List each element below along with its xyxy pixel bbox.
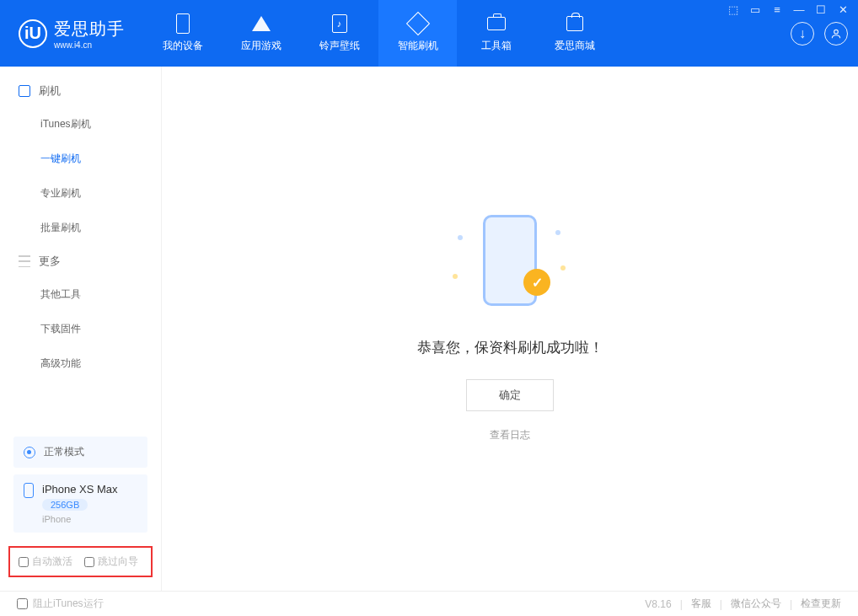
device-mode: 正常模式: [44, 445, 84, 459]
mode-icon: [24, 447, 35, 458]
skip-guide-checkbox[interactable]: 跳过向导: [84, 554, 138, 569]
main-content: ✓ 恭喜您，保资料刷机成功啦！ 确定 查看日志: [162, 67, 858, 591]
success-illustration: ✓: [451, 215, 569, 316]
footer-link-support[interactable]: 客服: [691, 597, 711, 611]
auto-activate-label: 自动激活: [32, 554, 72, 569]
nav-smart-flash[interactable]: 智能刷机: [378, 0, 457, 67]
nav-label: 应用游戏: [241, 39, 282, 53]
nav-toolbox[interactable]: 工具箱: [457, 0, 535, 67]
nav: 我的设备 应用游戏 ♪ 铃声壁纸 智能刷机 工具箱 爱思商城: [143, 0, 614, 67]
nav-label: 工具箱: [481, 39, 512, 53]
skip-guide-label: 跳过向导: [98, 554, 138, 569]
sidebar-item-download-firmware[interactable]: 下载固件: [0, 312, 161, 346]
device-info-card[interactable]: iPhone XS Max 256GB iPhone: [13, 474, 147, 533]
cube-icon: [250, 13, 272, 34]
view-log-link[interactable]: 查看日志: [490, 428, 530, 442]
list-icon: [19, 255, 30, 267]
sidebar-item-pro-flash[interactable]: 专业刷机: [0, 176, 161, 211]
group-label: 刷机: [39, 83, 61, 99]
wc-skin-icon[interactable]: ⬚: [727, 3, 740, 16]
phone-icon: [19, 85, 30, 97]
download-icon[interactable]: ↓: [791, 22, 814, 46]
app-title: 爱思助手: [54, 18, 125, 40]
device-icon: [172, 13, 194, 34]
sidebar-item-oneclick-flash[interactable]: 一键刷机: [0, 142, 161, 176]
toolbox-icon: [485, 13, 507, 34]
app-subtitle: www.i4.cn: [54, 40, 125, 50]
version-label: V8.16: [645, 598, 671, 610]
device-capacity: 256GB: [42, 499, 88, 511]
block-itunes-label: 阻止iTunes运行: [33, 597, 104, 611]
auto-activate-checkbox[interactable]: 自动激活: [19, 554, 72, 569]
check-icon: ✓: [523, 269, 550, 296]
logo: iU 爱思助手 www.i4.cn: [0, 18, 143, 50]
nav-store[interactable]: 爱思商城: [535, 0, 614, 67]
user-icon[interactable]: [824, 22, 848, 46]
nav-label: 智能刷机: [398, 39, 438, 53]
success-message: 恭喜您，保资料刷机成功啦！: [417, 338, 603, 357]
wc-menu-icon[interactable]: ≡: [770, 3, 784, 16]
sidebar-group-more: 更多: [0, 245, 161, 277]
group-label: 更多: [39, 254, 61, 269]
nav-label: 爱思商城: [555, 39, 595, 53]
sidebar-item-batch-flash[interactable]: 批量刷机: [0, 211, 161, 245]
sidebar-item-other-tools[interactable]: 其他工具: [0, 277, 161, 312]
sidebar-item-itunes-flash[interactable]: iTunes刷机: [0, 107, 161, 142]
flash-icon: [407, 13, 429, 34]
device-mode-card[interactable]: 正常模式: [13, 437, 147, 468]
header: iU 爱思助手 www.i4.cn 我的设备 应用游戏 ♪ 铃声壁纸 智能刷机 …: [0, 0, 858, 67]
music-icon: ♪: [329, 13, 351, 34]
nav-my-device[interactable]: 我的设备: [143, 0, 222, 67]
header-right: ↓: [791, 0, 848, 67]
sidebar-item-advanced[interactable]: 高级功能: [0, 346, 161, 381]
footer: 阻止iTunes运行 V8.16 | 客服 | 微信公众号 | 检查更新: [0, 591, 858, 616]
wc-options-icon[interactable]: ▭: [748, 3, 762, 16]
skip-guide-input[interactable]: [84, 557, 94, 567]
store-icon: [564, 13, 586, 34]
device-name: iPhone XS Max: [42, 483, 118, 495]
sidebar: 刷机 iTunes刷机 一键刷机 专业刷机 批量刷机 更多 其他工具 下载固件 …: [0, 67, 162, 591]
options-highlight-box: 自动激活 跳过向导: [8, 546, 153, 577]
device-icon: [24, 483, 34, 498]
block-itunes-input[interactable]: [17, 598, 28, 609]
nav-label: 铃声壁纸: [319, 39, 360, 53]
auto-activate-input[interactable]: [19, 557, 29, 567]
footer-link-update[interactable]: 检查更新: [801, 597, 841, 611]
block-itunes-checkbox[interactable]: 阻止iTunes运行: [17, 597, 104, 611]
ok-button[interactable]: 确定: [466, 379, 554, 411]
nav-apps-games[interactable]: 应用游戏: [222, 0, 300, 67]
sidebar-group-flash: 刷机: [0, 75, 161, 107]
svg-point-0: [834, 29, 839, 34]
nav-label: 我的设备: [163, 39, 203, 53]
footer-link-wechat[interactable]: 微信公众号: [731, 597, 781, 611]
device-type: iPhone: [42, 514, 118, 524]
logo-icon: iU: [19, 19, 47, 48]
nav-ring-wall[interactable]: ♪ 铃声壁纸: [300, 0, 378, 67]
